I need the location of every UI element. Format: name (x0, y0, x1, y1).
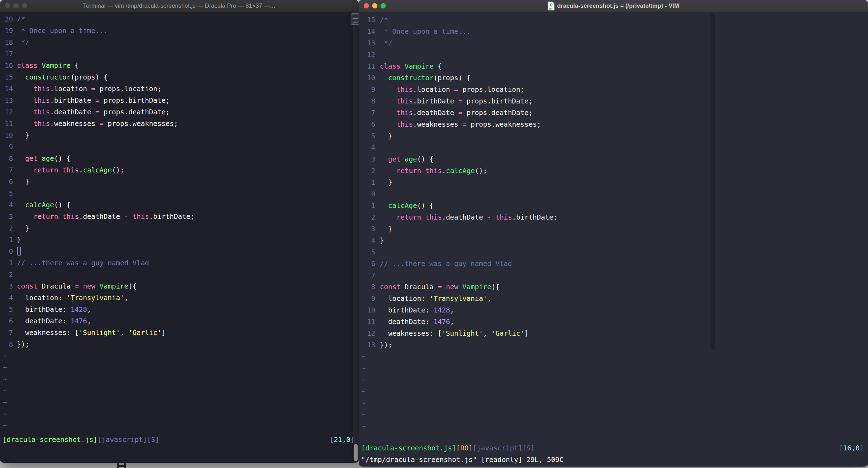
relative-line-number: 4 (0, 199, 13, 211)
vim-buffer[interactable]: 15/*14 * Once upon a time...13 */1211cla… (359, 12, 868, 432)
relative-line-number: 10 (359, 72, 375, 84)
split-pane-icon (353, 20, 358, 23)
code-line: 17 (0, 48, 359, 60)
zoom-button-icon[interactable] (22, 3, 27, 8)
code-line: 3 get age() { (359, 153, 868, 165)
code-line: 7 weaknesses: ['Sunlight', 'Garlic'] (0, 327, 359, 339)
code-line: 9 (0, 141, 359, 153)
relative-line-number: 10 (359, 304, 375, 316)
terminal-window: Terminal — vim /tmp/dracula-screenshot.j… (0, 0, 359, 463)
statusline-cursor-position: [16,0] (839, 442, 868, 454)
code-line: 3const Dracula = new Vampire({ (0, 280, 359, 292)
relative-line-number: 4 (359, 142, 375, 153)
code-line: 14 * Once upon a time... (359, 26, 868, 37)
relative-line-number: 10 (0, 129, 13, 141)
code-line: 11 deathDate: 1476, (359, 316, 868, 328)
code-line: 4} (359, 235, 868, 246)
relative-line-number: 1 (359, 200, 375, 211)
tilde-line: ~ (0, 420, 359, 431)
relative-line-number: 8 (359, 281, 375, 293)
relative-line-number: 14 (0, 83, 13, 95)
vim-titlebar[interactable]: JS dracula-screenshot.js = (/private/tmp… (359, 0, 868, 12)
relative-line-number: 11 (359, 316, 375, 328)
statusline-file-info: [dracula-screenshot.js][javascript][S] (0, 434, 159, 445)
relative-line-number: 3 (359, 223, 375, 235)
code-line: 15 constructor(props) { (0, 71, 359, 83)
terminal-scrollbar-thumb[interactable] (354, 444, 358, 461)
close-button-icon[interactable] (5, 3, 10, 8)
traffic-lights (364, 0, 386, 12)
relative-line-number: 17 (0, 48, 13, 60)
code-line: 5 (359, 246, 868, 258)
code-line: 4 (359, 142, 868, 153)
code-line: 7 this.deathDate = props.deathDate; (359, 107, 868, 119)
terminal-window-title: Terminal — vim /tmp/dracula-screenshot.j… (0, 2, 359, 9)
tilde-line: ~ (359, 374, 868, 386)
tilde-line: ~ (0, 385, 359, 397)
relative-line-number: 2 (359, 211, 375, 223)
code-line: 10 } (0, 129, 359, 141)
relative-line-number: 18 (0, 37, 13, 48)
code-line: 3 return this.deathDate - this.birthDate… (0, 211, 359, 222)
code-line: 5 } (359, 130, 868, 142)
tilde-line: ~ (359, 351, 868, 362)
glyph-fragment (119, 465, 124, 467)
zoom-button-icon[interactable] (381, 3, 386, 8)
relative-line-number: 5 (0, 188, 13, 199)
relative-line-number: 3 (0, 280, 13, 292)
relative-line-number: 8 (0, 153, 13, 164)
relative-line-number: 6 (359, 258, 375, 270)
code-line: 4 location: 'Transylvania', (0, 292, 359, 304)
code-line: 1} (0, 234, 359, 246)
code-line: 19 * Once upon a time... (0, 25, 359, 37)
terminal-vim-buffer[interactable]: 20/*19 * Once upon a time...18 */1716cla… (0, 12, 359, 431)
code-line: 7 return this.calcAge(); (0, 164, 359, 176)
tilde-line: ~ (0, 373, 359, 385)
relative-line-number: 11 (0, 118, 13, 129)
code-line: 2 return this.calcAge(); (359, 165, 868, 177)
code-line: 15/* (359, 14, 868, 26)
code-line: 13}); (359, 339, 868, 351)
code-line: 1// ...there was a guy named Vlad (0, 257, 359, 269)
vim-statusline-left-window: [dracula-screenshot.js][javascript][S] [… (0, 434, 359, 445)
minimize-button-icon[interactable] (372, 3, 377, 8)
traffic-lights (5, 0, 27, 12)
relative-line-number: 7 (0, 164, 13, 176)
code-line: 10 constructor(props) { (359, 72, 868, 84)
relative-line-number: 4 (0, 292, 13, 304)
relative-line-number: 8 (0, 339, 13, 350)
relative-line-number: 2 (0, 222, 13, 234)
statusline-file-info: [dracula-screenshot.js][RO][javascript][… (359, 442, 535, 454)
code-line: 9 location: 'Transylvania', (359, 293, 868, 304)
relative-line-number: 1 (0, 234, 13, 246)
relative-line-number: 15 (0, 71, 13, 83)
relative-line-number: 4 (359, 235, 375, 246)
glyph-fragment (124, 463, 126, 468)
tilde-line: ~ (359, 386, 868, 397)
code-line: 6 deathDate: 1476, (0, 315, 359, 327)
code-line: 20/* (0, 13, 359, 25)
terminal-titlebar[interactable]: Terminal — vim /tmp/dracula-screenshot.j… (0, 0, 359, 12)
code-line: 12 weaknesses: ['Sunlight', 'Garlic'] (359, 328, 868, 339)
code-line: 1 } (359, 177, 868, 188)
relative-line-number: 5 (0, 304, 13, 315)
tilde-line: ~ (359, 409, 868, 420)
code-line: 8 get age() { (0, 153, 359, 164)
relative-line-number: 14 (359, 26, 375, 37)
code-line: 11class Vampire { (359, 61, 868, 72)
terminal-scrollbar[interactable] (353, 12, 359, 463)
relative-line-number: 12 (359, 49, 375, 61)
tilde-line: ~ (0, 397, 359, 408)
svg-text:JS: JS (549, 7, 552, 10)
close-button-icon[interactable] (364, 3, 369, 8)
relative-line-number: 13 (0, 95, 13, 106)
relative-line-number: 5 (359, 130, 375, 142)
code-line: 6 this.weaknesses = props.weaknesses; (359, 119, 868, 130)
background-window-fragment (117, 463, 126, 468)
code-line: 7 (359, 270, 868, 281)
js-file-icon: JS (548, 1, 555, 11)
code-line: 5 birthDate: 1428, (0, 304, 359, 315)
minimize-button-icon[interactable] (13, 3, 19, 8)
relative-line-number: 0 (0, 246, 13, 257)
code-line: 12 (359, 49, 868, 61)
